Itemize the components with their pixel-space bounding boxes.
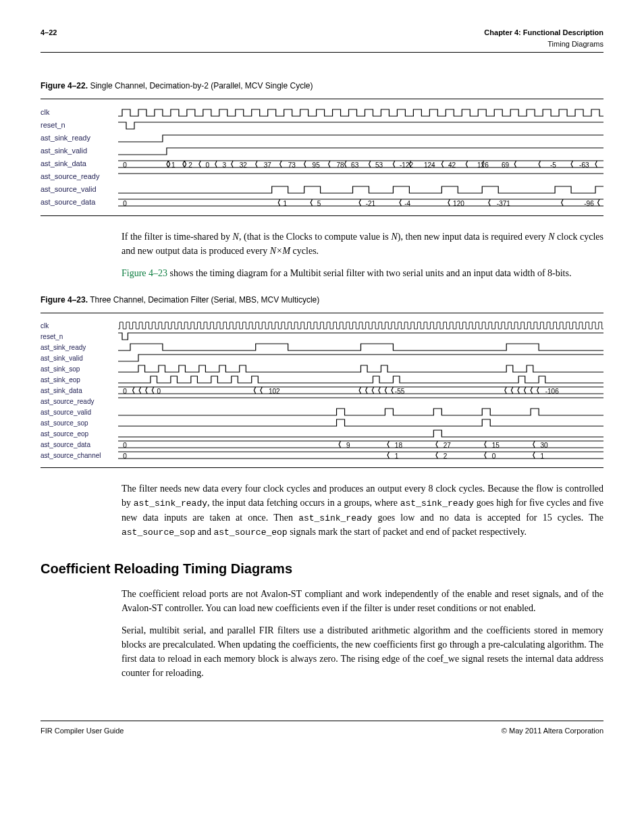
signal-name: ast_sink_ready [134, 498, 207, 509]
signal-label: clk [41, 107, 118, 118]
data-val: 18 [395, 440, 402, 450]
signal-label: ast_sink_data [41, 386, 118, 396]
sink-valid-signal [118, 147, 603, 156]
figure-23-link[interactable]: Figure 4–23 [122, 268, 167, 278]
data-val: 120 [453, 199, 464, 209]
signal-label: ast_sink_ready [41, 132, 118, 144]
data-val: 73 [288, 160, 296, 170]
text: , the input data fetching occurs in a gr… [207, 498, 400, 508]
figure-22-caption: Figure 4–22. Single Channel, Decimation-… [41, 80, 603, 92]
data-val: 42 [448, 160, 456, 170]
subsection-heading: Coefficient Reloading Timing Diagrams [41, 558, 603, 579]
data-val: 0 [123, 440, 127, 450]
data-val: 0 [492, 451, 496, 461]
data-val: 2 [188, 160, 192, 170]
signal-label: ast_source_data [41, 440, 118, 450]
data-val: 32 [240, 160, 247, 170]
data-val: -96 [584, 199, 593, 209]
var: N [548, 232, 554, 242]
data-val: 53 [375, 160, 383, 170]
data-val: -55 [395, 386, 404, 396]
figure-22-diagram: clk reset_n ast_sink_ready ast_sink_vali… [41, 99, 603, 216]
text: cycles. [290, 246, 319, 256]
data-val: 0 [123, 386, 127, 396]
chapter-title: Chapter 4: Functional Description [484, 27, 603, 38]
reset-n-signal [118, 121, 603, 130]
source-channel-signal: 0 1 2 0 1 [118, 450, 603, 460]
text: goes low and no data is accepted for 15 … [372, 513, 603, 523]
sink-sop-signal [118, 364, 603, 373]
data-val: 1 [283, 199, 287, 209]
data-val: 27 [444, 440, 451, 450]
data-val: 15 [492, 440, 500, 450]
data-val: 0 [157, 386, 161, 396]
text: ), then new input data is required every [398, 232, 548, 242]
signal-name: ast_sink_ready [400, 498, 474, 509]
figure-label: Figure 4–23. [41, 295, 88, 305]
paragraph: The filter needs new data every four clo… [122, 481, 603, 540]
text: signals mark the start of packet and end… [288, 527, 527, 537]
data-val: 2 [444, 451, 448, 461]
signal-label: ast_sink_ready [41, 342, 118, 353]
data-val: 1 [171, 160, 176, 170]
source-ready-signal [118, 172, 603, 182]
data-val: -4 [404, 199, 410, 209]
signal-label: ast_source_eop [41, 429, 118, 439]
data-val: 37 [264, 160, 271, 170]
source-ready-signal [118, 396, 603, 406]
text: and [195, 527, 213, 537]
footer-doc-title: FIR Compiler User Guide [41, 725, 124, 737]
signal-name: ast_sink_ready [298, 513, 372, 523]
data-val: 0 [205, 160, 209, 170]
signal-label: ast_source_valid [41, 407, 118, 417]
sink-valid-signal [118, 353, 603, 363]
page-header: 4–22 Chapter 4: Functional Description T… [41, 27, 603, 53]
figure-23-caption: Figure 4–23. Three Channel, Decimation F… [41, 294, 603, 306]
data-val: -106 [545, 386, 559, 396]
text: shows the timing diagram for a Multibit … [167, 268, 571, 278]
data-val: 5 [317, 199, 321, 209]
sink-data-signal: 0 0 102 -55 -106 [118, 386, 603, 395]
source-data-signal: 0 1 5 -21 -4 120 -371 -96 [118, 198, 603, 207]
signal-label: ast_sink_sop [41, 364, 118, 374]
reset-n-signal [118, 332, 603, 341]
clk-signal [118, 321, 603, 330]
page-footer: FIR Compiler User Guide © May 2011 Alter… [41, 721, 603, 737]
figure-text: Single Channel, Decimation-by-2 (Paralle… [90, 81, 313, 90]
source-valid-signal [118, 407, 603, 417]
paragraph: Serial, multibit serial, and parallel FI… [122, 623, 603, 680]
signal-label: ast_source_sop [41, 418, 118, 428]
source-data-signal: 0 9 18 27 15 30 [118, 440, 603, 449]
data-val: -122 [400, 160, 413, 170]
paragraph: The coefficient reload ports are not Ava… [122, 587, 603, 615]
data-val: -371 [497, 199, 510, 209]
data-val: 9 [346, 440, 350, 450]
data-val: 69 [502, 160, 509, 170]
sink-eop-signal [118, 375, 603, 384]
data-val: 0 [123, 199, 127, 209]
signal-label: ast_sink_eop [41, 375, 118, 385]
signal-label: ast_source_valid [41, 184, 118, 195]
header-right: Chapter 4: Functional Description Timing… [484, 27, 603, 49]
signal-name: ast_source_eop [213, 527, 287, 538]
footer-copyright: © May 2011 Altera Corporation [502, 725, 603, 737]
signal-label: clk [41, 321, 118, 331]
sink-ready-signal [118, 342, 603, 352]
sink-ready-signal [118, 134, 603, 143]
signal-name: ast_source_sop [122, 527, 195, 538]
figure-23-diagram: clk reset_n ast_sink_ready ast_sink_vali… [41, 313, 603, 468]
signal-label: ast_source_channel [41, 450, 118, 461]
signal-label: reset_n [41, 332, 118, 342]
var: N [391, 232, 397, 242]
signal-label: ast_source_ready [41, 171, 118, 182]
data-val: -63 [579, 160, 589, 170]
source-valid-signal [118, 185, 603, 194]
figure-label: Figure 4–22. [41, 81, 88, 90]
var: N×M [270, 246, 290, 256]
paragraph: Figure 4–23 shows the timing diagram for… [122, 266, 603, 280]
data-val: -21 [366, 199, 375, 209]
data-val: 102 [269, 386, 280, 396]
data-val: 1 [395, 451, 399, 461]
signal-label: ast_sink_data [41, 158, 118, 170]
data-val: 1 [541, 451, 545, 461]
